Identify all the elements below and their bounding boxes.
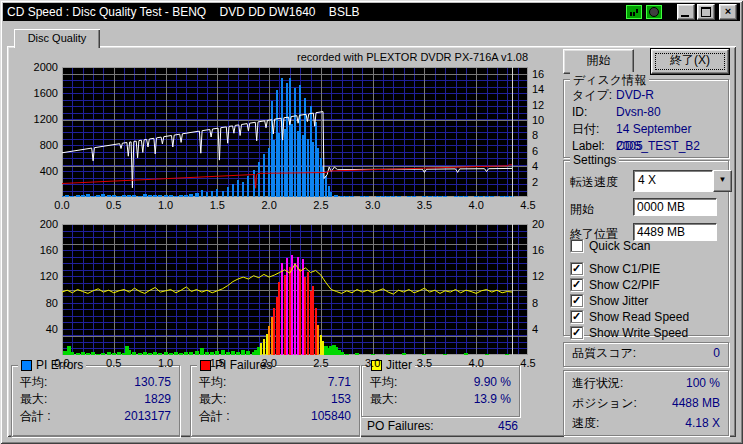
disc-tool-button[interactable] (645, 4, 663, 20)
progress-value: 100 % (623, 373, 720, 393)
disc-info-title: ディスク情報 (570, 72, 649, 89)
jitter-stats-box: Jitter 平均:9.90 % 最大:13.9 % (361, 365, 520, 417)
checkbox-show-c2-pif[interactable]: ✓Show C2/PIF (570, 277, 724, 292)
pi-errors-stats-box: PI Errors 平均:130.75 最大:1829 合計 :2013177 (11, 365, 180, 437)
minimize-button[interactable] (677, 4, 695, 20)
checkbox-label: Show Read Speed (589, 310, 689, 324)
y-left-tick-label: 1600 (14, 87, 58, 99)
checkbox-show-jitter[interactable]: ✓Show Jitter (570, 293, 724, 308)
stat-row: 最大:13.9 % (362, 391, 519, 408)
checkbox-box[interactable]: ✓ (570, 262, 583, 275)
close-icon: × (725, 5, 731, 17)
stat-row: 合計 :105840 (191, 408, 359, 425)
checkbox-label: Show Jitter (589, 294, 648, 308)
app-window: CD Speed : Disc Quality Test - BENQ DVD … (0, 0, 743, 444)
disc-info-row: タイプ:DVD-R (564, 87, 728, 104)
pi-failures-stats-box: PI Failures 平均:7.71 最大:153 合計 :105840 (190, 365, 360, 437)
pi-errors-chart (62, 67, 528, 197)
checkbox-show-c1-pie[interactable]: ✓Show C1/PIE (570, 261, 724, 276)
y-right-tick-label: 12 (532, 99, 556, 111)
disc-date-label: 日付: (572, 121, 616, 138)
disc-id-value: Dvsn-80 (616, 104, 720, 121)
y-left-tick-label: 40 (14, 323, 58, 335)
stat-row: 最大:153 (191, 391, 359, 408)
progress-row: ポジション:4488 MB (564, 393, 728, 413)
po-failures-label: PO Failures: (367, 419, 434, 433)
disc-label-value: CDS_TEST_B2 (616, 138, 720, 155)
bar-chart-icon (630, 12, 632, 16)
recorded-note: recorded with PLEXTOR DVDR PX-716A v1.08 (62, 51, 528, 63)
checkbox-box[interactable]: ✓ (570, 278, 583, 291)
chevron-down-icon[interactable]: ▼ (713, 170, 732, 192)
progress-row: 進行状況:100 % (564, 373, 728, 393)
disc-info-group: ディスク情報 タイプ:DVD-R ID:Dvsn-80 日付:14 Septem… (563, 79, 729, 158)
speed-combobox-value[interactable]: 4 X (633, 170, 713, 192)
disc-id-label: ID: (572, 104, 616, 121)
x-tick-label: 4.5 (513, 199, 543, 211)
y-left-tick-label: 160 (14, 244, 58, 256)
position-value: 4488 MB (637, 393, 720, 413)
po-failures-value: 456 (434, 419, 518, 433)
checkbox-show-write-speed[interactable]: ✓Show Write Speed (570, 325, 724, 340)
x-tick-label: 0.0 (47, 199, 77, 211)
checkbox-list: Quick Scan✓Show C1/PIE✓Show C2/PIF✓Show … (570, 238, 724, 341)
disc-icon (649, 7, 659, 17)
window-title: CD Speed : Disc Quality Test - BENQ DVD … (3, 5, 625, 19)
settings-title: Settings (570, 153, 619, 167)
x-tick-label: 4.5 (513, 357, 543, 369)
progress-row: 速度:4.18 X (564, 413, 728, 433)
stat-row: 平均:9.90 % (362, 374, 519, 391)
x-tick-label: 0.5 (99, 199, 129, 211)
end-pos-field[interactable] (633, 223, 717, 241)
x-tick-label: 2.5 (306, 357, 336, 369)
x-tick-label: 1.5 (202, 199, 232, 211)
y-right-tick-label: 10 (532, 114, 556, 126)
chart-tool-button[interactable] (625, 4, 643, 20)
speed-combobox[interactable]: 4 X ▼ (633, 170, 732, 192)
x-tick-label: 0.0 (47, 357, 77, 369)
checkbox-box[interactable] (570, 239, 583, 252)
stat-row: 合計 :2013177 (12, 408, 179, 425)
x-tick-label: 2.5 (306, 199, 336, 211)
start-button[interactable]: 開始 (563, 49, 634, 74)
y-right-tick-label: 4 (532, 160, 556, 172)
checkbox-box[interactable]: ✓ (570, 310, 583, 323)
x-tick-label: 3.5 (409, 199, 439, 211)
x-tick-label: 4.0 (461, 199, 491, 211)
disc-info-row: ID:Dvsn-80 (564, 104, 728, 121)
pi-failures-jitter-chart (62, 224, 528, 355)
checkbox-show-read-speed[interactable]: ✓Show Read Speed (570, 309, 724, 324)
position-label: ポジション: (572, 393, 637, 413)
y-right-tick-label: 12 (532, 270, 556, 282)
y-left-tick-label: 80 (14, 297, 58, 309)
checkbox-box[interactable]: ✓ (570, 294, 583, 307)
checkbox-box[interactable]: ✓ (570, 326, 583, 339)
x-tick-label: 0.5 (99, 357, 129, 369)
progress-label: 進行状況: (572, 373, 623, 393)
checkbox-label: Show C1/PIE (589, 262, 660, 276)
checkbox-label: Show Write Speed (589, 326, 688, 340)
close-button[interactable]: × (719, 4, 737, 20)
maximize-button[interactable] (697, 4, 715, 20)
y-right-tick-label: 4 (532, 323, 556, 335)
y-left-tick-label: 120 (14, 270, 58, 282)
jitter-title: Jitter (386, 358, 412, 372)
settings-group: Settings 転送速度 4 X ▼ 開始 終了位置 Quick Scan✓S… (563, 160, 729, 336)
pi-errors-swatch (21, 360, 32, 371)
y-right-tick-label: 14 (532, 83, 556, 95)
x-tick-label: 1.0 (151, 357, 181, 369)
y-right-tick-label: 2 (532, 176, 556, 188)
disc-date-value: 14 September 2005 (616, 121, 720, 138)
tab-label: Disc Quality (28, 32, 87, 44)
x-tick-label: 4.0 (461, 357, 491, 369)
y-right-tick-label: 8 (532, 297, 556, 309)
x-tick-label: 3.0 (358, 357, 388, 369)
stat-row: 平均:7.71 (191, 374, 359, 391)
start-pos-field[interactable] (633, 198, 717, 216)
y-right-tick-label: 8 (532, 129, 556, 141)
tab-disc-quality[interactable]: Disc Quality (14, 29, 100, 48)
y-right-tick-label: 16 (532, 68, 556, 80)
stat-row: 平均:130.75 (12, 374, 179, 391)
y-left-tick-label: 800 (14, 139, 58, 151)
exit-button[interactable]: 終了(X) (651, 49, 729, 74)
